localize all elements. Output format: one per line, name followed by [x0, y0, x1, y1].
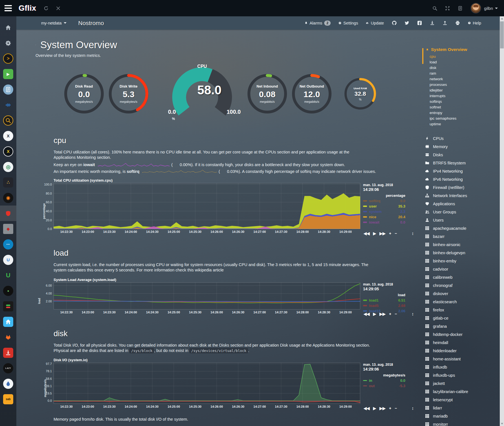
chart-plot-area[interactable]: 97.778.158.639.119.50.0 14:22:3014:23:00… [54, 363, 360, 411]
legend-row[interactable]: iowait 0.0 [363, 220, 405, 225]
sidemenu-section[interactable]: lidarr [425, 404, 496, 412]
changelog-icon[interactable] [458, 6, 463, 11]
legend-row[interactable]: user 35.3 [363, 204, 405, 209]
zoom-in-button[interactable]: + [389, 406, 391, 411]
sidemenu-section[interactable]: hiddenloader [425, 347, 496, 355]
sidemenu-section[interactable]: mariadb [425, 412, 496, 420]
scrollbar[interactable] [500, 16, 504, 426]
zoom-out-button[interactable]: − [395, 406, 397, 411]
play-button[interactable]: ▶ [373, 406, 376, 411]
sidemenu-section[interactable]: monitorr [425, 420, 496, 426]
import-snapshot-button[interactable] [439, 21, 451, 25]
update-button[interactable]: Update [362, 21, 388, 25]
home-icon[interactable] [0, 20, 16, 35]
user-menu[interactable]: gilbn [484, 6, 498, 11]
sidemenu-link[interactable]: ipc semaphores [430, 116, 496, 121]
youtube-dl-icon[interactable] [0, 345, 16, 360]
sidemenu-section[interactable]: IPv6 Networking [425, 175, 496, 183]
lazylibrarian-icon[interactable]: LAZY [0, 360, 16, 376]
scrollbar-thumb[interactable] [500, 21, 504, 48]
gitlab-icon[interactable] [0, 329, 16, 345]
twitter-button[interactable] [401, 21, 413, 25]
legend-row[interactable]: out -5.3 [363, 383, 405, 389]
sidemenu-link[interactable]: softnet [430, 104, 496, 110]
sidemenu-section[interactable]: User Groups [425, 208, 496, 216]
sidemenu-section[interactable]: letsencrypt [425, 396, 496, 404]
sidemenu-section[interactable]: calibreweb [425, 273, 496, 281]
chart-plot-area[interactable]: 6.004.002.00 14:22:3014:23:0014:23:3014:… [54, 282, 360, 316]
legend-row[interactable]: load5 2.68 [363, 303, 405, 308]
gecko-app-icon[interactable]: ● [0, 283, 16, 298]
fullscreen-icon[interactable] [445, 6, 450, 11]
sidemenu-section[interactable]: hddtemp-docker [425, 330, 496, 338]
sidemenu-section[interactable]: grafana [425, 322, 496, 330]
sidemenu-section[interactable]: binhex-delugevpn [425, 249, 496, 257]
sidemenu-link[interactable]: cpu [430, 54, 496, 59]
sidemenu-section[interactable]: heimdall [425, 338, 496, 347]
unraid-icon[interactable]: U [0, 267, 16, 283]
shield-app-icon[interactable] [0, 206, 16, 221]
sidemenu-section[interactable]: Users [425, 216, 496, 224]
target-app-icon[interactable]: ◎ [0, 159, 16, 175]
zoom-in-button[interactable]: + [389, 312, 391, 316]
kodi-app-icon[interactable]: X [0, 128, 16, 144]
sidemenu-section[interactable]: influxdb-ups [425, 371, 496, 379]
sidemenu-section[interactable]: lazylibrarian-calibre [425, 387, 496, 396]
help-button[interactable]: Help [464, 21, 485, 25]
sidemenu-link[interactable]: entropy [430, 110, 496, 116]
sidemenu-section[interactable]: chronograf [425, 281, 496, 289]
sidemenu-section[interactable]: cadvisor [425, 265, 496, 273]
legend-row[interactable]: nice 20.4 [363, 214, 405, 220]
sidemenu-section[interactable]: Network Interfaces [425, 191, 496, 200]
sidemenu-link[interactable]: idlejitter [430, 88, 496, 93]
sidemenu-link[interactable]: softirqs [430, 99, 496, 104]
airsonic-icon[interactable] [0, 97, 16, 113]
sidemenu-link[interactable]: ram [430, 71, 496, 76]
deluge-icon[interactable] [0, 376, 16, 391]
used-ram-gauge[interactable]: Used RAM 32.8 % [344, 78, 376, 110]
sidemenu-section[interactable]: binhex-airsonic [425, 240, 496, 249]
sidemenu-section[interactable]: Firewall (netfilter) [425, 183, 496, 191]
resize-handle[interactable]: ↕ [412, 231, 414, 236]
sidemenu-section[interactable]: IPv4 Networking [425, 167, 496, 175]
zoom-out-button[interactable]: − [395, 312, 397, 316]
unifi-icon[interactable]: U [0, 252, 16, 267]
sidemenu-header[interactable]: System Overview [426, 47, 496, 52]
github-button[interactable] [388, 21, 401, 25]
sidemenu-link[interactable]: uptime [430, 121, 496, 127]
plex-icon[interactable]: > [0, 51, 16, 66]
sidemenu-link[interactable]: disk [430, 65, 496, 71]
pan-right-button[interactable]: ▶▶ [379, 312, 386, 316]
resize-handle[interactable]: ↕ [412, 311, 414, 316]
zoom-in-button[interactable]: + [389, 231, 391, 236]
cpu-gauge[interactable]: CPU 58.0 0.0 100.0 % [167, 64, 237, 123]
cubes-app-icon[interactable]: ◆ [0, 221, 16, 237]
pan-right-button[interactable]: ▶▶ [379, 231, 386, 236]
scroll-up-arrow[interactable] [500, 16, 504, 21]
chronograf-icon[interactable]: ∴ [0, 175, 16, 190]
sidemenu-link[interactable]: network [430, 76, 496, 82]
print-button[interactable] [451, 21, 464, 25]
settings-button[interactable]: Settings [335, 21, 362, 25]
sidemenu-section[interactable]: jackett [425, 379, 496, 387]
sidemenu-section[interactable]: BTRFS filesystem [425, 159, 496, 167]
sidemenu-section[interactable]: firefox [425, 306, 496, 314]
chart-plot-area[interactable]: 100.080.060.040.020.00.0 14:22:3014:23:0… [54, 183, 360, 236]
scroll-down-arrow[interactable] [500, 421, 504, 426]
pan-left-button[interactable]: ◀◀ [364, 231, 370, 236]
sidemenu-section[interactable]: diskover [425, 289, 496, 298]
emby-icon[interactable]: ▶ [0, 66, 16, 82]
resize-handle[interactable]: ↕ [412, 406, 414, 411]
disk-read-gauge[interactable]: Disk Read 0.0 megabytes/s [64, 74, 104, 113]
sabnzbd-icon[interactable]: sab [0, 391, 16, 407]
sidemenu-section[interactable]: Applications [425, 200, 496, 208]
sidemenu-section[interactable]: bazarr [425, 232, 496, 240]
legend-row[interactable]: load1 6.51 [363, 298, 405, 303]
pinwheel-app-icon[interactable]: X [0, 144, 16, 159]
server-dropdown[interactable]: my-netdata [41, 21, 67, 25]
alarms-button[interactable]: Alarms 2 [301, 21, 335, 26]
home-assistant-icon[interactable] [0, 314, 16, 329]
sidemenu-section[interactable]: CPUs [425, 134, 496, 142]
sidemenu-section[interactable]: Memory [425, 142, 496, 151]
library-icon[interactable] [0, 82, 16, 97]
